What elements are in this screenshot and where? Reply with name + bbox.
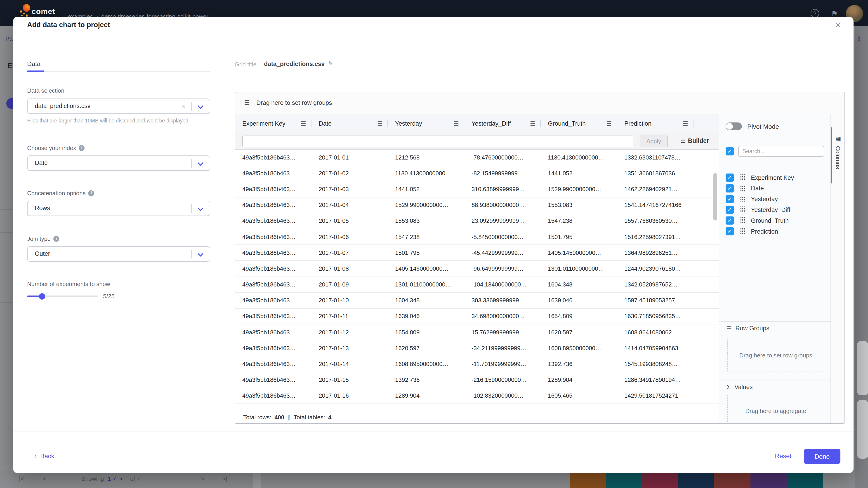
close-icon[interactable]: × xyxy=(835,20,841,31)
index-select[interactable]: Date xyxy=(27,156,210,171)
dropdown-triangle-icon[interactable]: ▾ xyxy=(120,476,123,481)
column-menu-icon[interactable]: ☰ xyxy=(683,120,688,127)
comet-logo-text: comet xyxy=(32,7,55,16)
column-checkbox[interactable]: ✓ xyxy=(725,227,734,235)
table-row[interactable]: 49a3f5bb186b463…2017-01-111639.04634.698… xyxy=(235,308,719,324)
table-row[interactable]: 49a3f5bb186b463…2017-01-071501.795-45.44… xyxy=(235,245,719,261)
panel-column-item[interactable]: ✓Yesterday xyxy=(725,194,778,204)
pagination-next-icon[interactable]: > xyxy=(201,475,205,482)
table-cell: 88.938000000000… xyxy=(464,201,541,208)
table-row[interactable]: 49a3f5bb186b463…2017-01-121654.80915.762… xyxy=(235,324,719,340)
table-row[interactable]: 49a3f5bb186b463…2017-01-091301.011000000… xyxy=(235,277,719,293)
drag-grip-icon[interactable] xyxy=(740,206,745,213)
table-cell: 1605.465 xyxy=(541,392,617,399)
bg-chart-block xyxy=(642,471,678,488)
column-search-input[interactable] xyxy=(738,146,824,157)
table-cell: 1553.083 xyxy=(388,218,464,224)
table-cell: 1553.083 xyxy=(541,201,617,208)
column-header[interactable]: Yesterday☰ xyxy=(388,114,464,133)
panel-column-item[interactable]: ✓Yesterday_Diff xyxy=(725,204,790,215)
pagination-first-icon[interactable]: |< xyxy=(19,475,24,482)
table-cell: 1392.736 xyxy=(541,361,617,367)
tab-columns[interactable]: Columns xyxy=(835,146,841,169)
pivot-mode-toggle[interactable] xyxy=(725,123,742,130)
table-cell: 1130.41300000000… xyxy=(388,170,464,177)
info-icon[interactable]: i xyxy=(88,190,94,196)
column-header[interactable]: Ground_Truth☰ xyxy=(541,114,617,133)
table-row[interactable]: 49a3f5bb186b463…2017-01-051553.08323.092… xyxy=(235,213,719,229)
table-row[interactable]: 49a3f5bb186b463…2017-01-131620.597-34.21… xyxy=(235,340,719,356)
grid-vertical-scrollbar[interactable] xyxy=(713,173,717,221)
drag-grip-icon[interactable] xyxy=(740,228,745,235)
panel-column-item[interactable]: ✓Experiment Key xyxy=(725,172,794,183)
table-row[interactable]: 49a3f5bb186b463…2017-01-141608.895000000… xyxy=(235,356,719,372)
builder-button[interactable]: ☰Builder xyxy=(680,137,709,144)
row-group-drop-bar[interactable]: ☰ Drag here to set row groups xyxy=(235,92,844,114)
column-menu-icon[interactable]: ☰ xyxy=(607,120,612,127)
data-selection-select[interactable]: data_predictions.csv × xyxy=(27,98,210,114)
table-row[interactable]: 49a3f5bb186b463…2017-01-011212.568-78.47… xyxy=(235,150,719,165)
drag-grip-icon[interactable] xyxy=(740,174,745,181)
table-row[interactable]: 49a3f5bb186b463…2017-01-021130.413000000… xyxy=(235,165,719,181)
table-cell: 1289.904 xyxy=(388,392,464,399)
drag-grip-icon[interactable] xyxy=(740,185,745,192)
column-checkbox[interactable]: ✓ xyxy=(725,217,734,225)
column-menu-icon[interactable]: ☰ xyxy=(530,120,535,127)
pagination-range[interactable]: 1-7 xyxy=(107,475,116,482)
column-header[interactable]: Prediction☰ xyxy=(617,114,693,133)
join-type-select[interactable]: Outer xyxy=(27,246,210,262)
chevron-down-icon[interactable] xyxy=(198,161,203,165)
chevron-down-icon[interactable] xyxy=(198,104,203,108)
help-icon[interactable]: ? xyxy=(811,9,819,18)
table-row[interactable]: 49a3f5bb186b463…2017-01-061547.238-5.845… xyxy=(235,229,719,245)
bg-chart-block xyxy=(678,471,714,488)
info-icon[interactable]: i xyxy=(53,236,59,242)
table-cell: -34.211999999999… xyxy=(464,345,541,352)
values-drop-zone[interactable]: Drag here to aggregate xyxy=(727,395,824,424)
back-button[interactable]: ‹ Back xyxy=(34,452,54,459)
info-icon[interactable]: i xyxy=(79,145,85,151)
panel-column-item[interactable]: ✓Prediction xyxy=(725,226,778,237)
table-row[interactable]: 49a3f5bb186b463…2017-01-041529.990000000… xyxy=(235,197,719,213)
pagination-last-icon[interactable]: >| xyxy=(222,475,227,482)
slider-knob[interactable] xyxy=(39,293,45,300)
table-cell: 1529.9900000000… xyxy=(388,201,464,208)
column-menu-icon[interactable]: ☰ xyxy=(454,120,459,127)
apply-button[interactable]: Apply xyxy=(640,135,668,147)
column-header[interactable]: Yesterday_Diff☰ xyxy=(464,114,541,133)
column-checkbox[interactable]: ✓ xyxy=(725,206,734,214)
table-row[interactable]: 49a3f5bb186b463…2017-01-161289.904-102.8… xyxy=(235,388,719,404)
edit-pencil-icon[interactable]: ✎ xyxy=(328,60,333,67)
column-header[interactable]: Date☰ xyxy=(311,114,388,133)
panel-column-item[interactable]: ✓Date xyxy=(725,183,764,194)
column-checkbox[interactable]: ✓ xyxy=(725,184,734,193)
bg-chart-block xyxy=(714,471,750,488)
filter-input[interactable] xyxy=(242,135,633,147)
grid-totals-bar: Total rows: 400 || Total tables: 4 xyxy=(235,410,719,424)
panel-column-item[interactable]: ✓Ground_Truth xyxy=(725,215,789,226)
column-menu-icon[interactable]: ☰ xyxy=(377,120,382,127)
tab-data[interactable]: Data xyxy=(27,60,40,67)
concatenation-select[interactable]: Rows xyxy=(27,201,210,216)
table-row[interactable]: 49a3f5bb186b463…2017-01-031441.052310.63… xyxy=(235,182,719,197)
reset-button[interactable]: Reset xyxy=(775,452,792,459)
table-row[interactable]: 49a3f5bb186b463…2017-01-151392.736-216.1… xyxy=(235,372,719,388)
row-groups-drop-zone[interactable]: Drag here to set row groups xyxy=(727,339,824,371)
chevron-down-icon[interactable] xyxy=(198,252,203,256)
done-button[interactable]: Done xyxy=(804,449,840,464)
column-checkbox[interactable]: ✓ xyxy=(725,173,734,182)
drag-grip-icon[interactable] xyxy=(740,217,745,224)
table-row[interactable]: 49a3f5bb186b463…2017-01-101604.348303.33… xyxy=(235,293,719,308)
select-all-columns-checkbox[interactable]: ✓ xyxy=(725,147,734,156)
table-cell: 1541.1474167274166 xyxy=(617,201,693,208)
drag-grip-icon[interactable] xyxy=(740,196,745,202)
clear-icon[interactable]: × xyxy=(181,102,185,110)
column-checkbox[interactable]: ✓ xyxy=(725,195,734,203)
column-header[interactable]: Experiment Key☰ xyxy=(235,114,311,133)
table-cell: 1639.046 xyxy=(541,297,617,304)
table-row[interactable]: 49a3f5bb186b463…2017-01-081405.145000000… xyxy=(235,261,719,277)
chevron-down-icon[interactable] xyxy=(198,206,203,210)
column-menu-icon[interactable]: ☰ xyxy=(301,120,306,127)
pagination-prev-icon[interactable]: < xyxy=(43,475,46,482)
experiments-slider[interactable] xyxy=(27,295,98,297)
